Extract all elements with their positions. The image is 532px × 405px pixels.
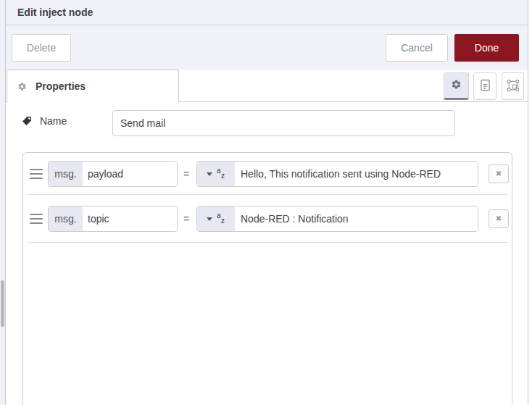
name-input[interactable] [112,110,455,136]
tab-properties[interactable]: Properties [7,70,179,103]
dialog-header: Edit inject node [6,0,528,25]
equals-sign: = [181,213,191,225]
chevron-down-icon [207,217,212,221]
document-icon [480,79,491,93]
gear-icon [17,80,30,92]
appearance-panel-button[interactable] [502,72,524,100]
tab-bar: Properties [6,70,528,102]
cancel-button[interactable]: Cancel [386,34,448,62]
editor-right-edge [528,0,532,405]
description-panel-button[interactable] [473,72,496,100]
tab-properties-label: Properties [36,80,86,92]
close-icon: ✖ [496,170,502,178]
editor-left-edge [0,0,6,405]
dialog-title: Edit inject node [17,7,93,18]
done-button[interactable]: Done [454,34,519,62]
edit-tray: Edit inject node Delete Cancel Done Prop… [6,0,528,405]
property-row-payload: msg. = az ✖ [23,153,512,195]
properties-form: Name msg. = az [6,102,528,405]
property-value-input[interactable] [235,162,478,186]
property-value-input[interactable] [235,206,478,231]
type-select-button[interactable]: az [197,162,235,186]
dialog-toolbar: Delete Cancel Done [6,25,528,70]
property-name-input[interactable] [83,162,177,186]
property-value-field[interactable]: az [196,161,478,187]
properties-panel-button[interactable] [444,72,469,100]
name-label: Name [22,115,67,127]
msg-prefix-badge: msg. [49,162,83,186]
chevron-down-icon [207,172,212,176]
name-label-text: Name [40,115,67,127]
remove-row-button[interactable]: ✖ [489,209,509,228]
gear-icon [451,79,462,92]
msg-prefix-badge: msg. [49,206,83,231]
close-icon: ✖ [496,214,502,222]
appearance-icon [507,80,519,93]
property-key-field[interactable]: msg. [48,161,178,187]
property-name-input[interactable] [83,206,177,231]
remove-row-button[interactable]: ✖ [489,164,509,183]
name-row: Name [6,102,528,144]
inject-properties-list: msg. = az ✖ m [22,152,512,405]
property-row-topic: msg. = az ✖ [23,195,512,243]
equals-sign: = [181,168,191,180]
delete-button[interactable]: Delete [12,34,71,62]
edit-inject-dialog: Edit inject node Delete Cancel Done Prop… [0,0,532,405]
drag-handle-icon[interactable] [30,214,43,224]
property-key-field[interactable]: msg. [48,206,178,232]
property-value-field[interactable]: az [196,206,478,232]
tag-icon [22,115,40,127]
drag-handle-icon[interactable] [30,169,43,179]
type-select-button[interactable]: az [197,206,235,231]
scrollbar-thumb[interactable] [1,280,4,327]
string-type-icon: az [217,168,225,180]
string-type-icon: az [217,213,225,225]
